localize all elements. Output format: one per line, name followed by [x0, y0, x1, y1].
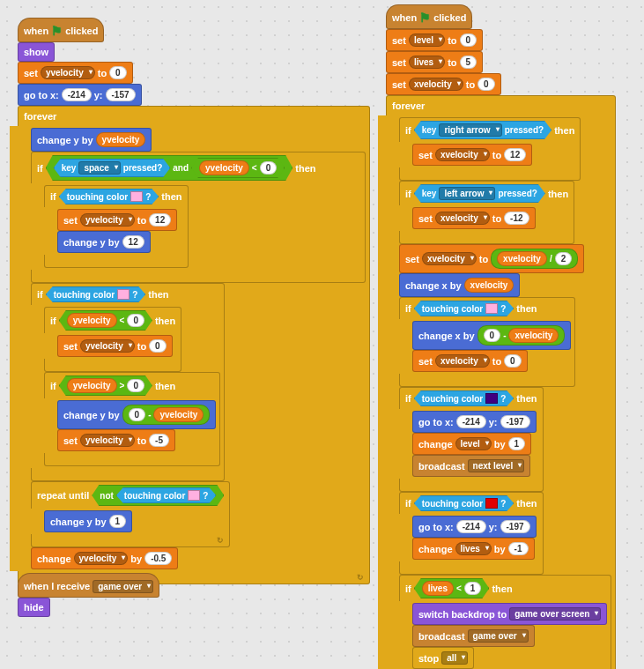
- if-touching-pink[interactable]: if touching color ? then change x by 0 -: [399, 297, 575, 387]
- touching-color[interactable]: touching color ?: [414, 495, 514, 511]
- touching-color[interactable]: touching color ?: [414, 301, 514, 316]
- and-operator[interactable]: key space pressed? and yvelocity < 0: [46, 155, 293, 181]
- set-xv-neg12[interactable]: set xvelocity to -12: [412, 207, 536, 229]
- minus-operator[interactable]: 0 - xvelocity: [477, 325, 566, 346]
- if-right-arrow[interactable]: if key right arrow pressed? then set xve…: [399, 117, 581, 181]
- color-swatch[interactable]: [130, 191, 143, 202]
- change-y-1[interactable]: change y by 1: [44, 510, 132, 532]
- num-input[interactable]: 0: [504, 354, 522, 368]
- if-key-and-yv[interactable]: if key space pressed? and yvelocity < 0: [31, 152, 366, 283]
- if-left-arrow[interactable]: if key left arrow pressed? then set xvel…: [399, 181, 574, 244]
- num-input[interactable]: -12: [504, 212, 529, 225]
- color-swatch[interactable]: [117, 289, 130, 300]
- var-dropdown[interactable]: yvelocity: [80, 213, 135, 227]
- color-swatch[interactable]: [485, 498, 498, 509]
- goto-xy[interactable]: go to x: -214 y: -157: [18, 84, 142, 106]
- var-dropdown[interactable]: xvelocity: [435, 212, 490, 225]
- var-reporter[interactable]: yvelocity: [199, 160, 249, 175]
- num-input[interactable]: -197: [500, 520, 530, 533]
- var-dropdown[interactable]: level: [455, 437, 492, 450]
- num-input[interactable]: 0: [477, 78, 495, 91]
- set-yv-0[interactable]: set yvelocity to 0: [57, 335, 173, 357]
- change-yv-neg05[interactable]: change yvelocity by -0.5: [31, 547, 178, 569]
- num-input[interactable]: 0: [149, 339, 167, 353]
- var-dropdown[interactable]: xvelocity: [409, 78, 463, 91]
- if-touching-red[interactable]: if touching color ? then go to x: -214 y…: [399, 492, 544, 575]
- broadcast-next-level[interactable]: broadcast next level: [412, 455, 530, 477]
- lt-operator[interactable]: yvelocity < 0: [191, 158, 285, 178]
- num-input[interactable]: -214: [456, 520, 486, 533]
- minus-operator[interactable]: 0 - yvelocity: [122, 405, 211, 425]
- hat-when-receive[interactable]: when I receive game over: [18, 573, 159, 598]
- hat-when-flag-clicked[interactable]: when ⚑ clicked: [18, 18, 104, 42]
- touching-color[interactable]: touching color ?: [116, 487, 217, 503]
- var-reporter[interactable]: yvelocity: [67, 378, 117, 393]
- num-input[interactable]: -214: [456, 415, 486, 428]
- set-yvelocity-0[interactable]: set yvelocity to 0: [18, 62, 133, 84]
- var-dropdown[interactable]: xvelocity: [422, 252, 477, 265]
- key-pressed[interactable]: key left arrow pressed?: [414, 184, 545, 203]
- touching-color[interactable]: touching color ?: [59, 189, 159, 204]
- num-input[interactable]: 0: [127, 314, 144, 327]
- change-y-by-var[interactable]: change y by yvelocity: [31, 128, 152, 152]
- backdrop-dropdown[interactable]: game over screen: [509, 607, 601, 621]
- div-operator[interactable]: xvelocity / 2: [491, 249, 578, 269]
- key-dropdown[interactable]: left arrow: [439, 187, 495, 200]
- var-reporter[interactable]: xvelocity: [508, 328, 559, 343]
- num-input[interactable]: 0: [109, 66, 127, 79]
- msg-dropdown[interactable]: game over: [93, 580, 153, 593]
- var-reporter[interactable]: yvelocity: [153, 407, 204, 422]
- msg-dropdown[interactable]: game over: [468, 629, 529, 643]
- change-x-0-minus-xv[interactable]: change x by 0 - xvelocity: [412, 321, 571, 350]
- forever-block[interactable]: forever change y by yvelocity if key spa…: [18, 106, 370, 584]
- if-yv-gt-0[interactable]: if yvelocity > 0 then change y by: [44, 372, 220, 466]
- var-dropdown[interactable]: yvelocity: [41, 66, 95, 79]
- num-input[interactable]: 12: [122, 235, 144, 249]
- set-yv-12[interactable]: set yvelocity to 12: [57, 209, 177, 231]
- set-xv-div2[interactable]: set xvelocity to xvelocity / 2: [399, 244, 584, 273]
- var-dropdown[interactable]: lives: [455, 542, 492, 555]
- num-input[interactable]: 1: [464, 582, 482, 595]
- num-input[interactable]: 12: [504, 148, 526, 161]
- if-touching-pink-outer[interactable]: if touching color ? then if yvelocity: [31, 283, 225, 481]
- num-input[interactable]: -0.5: [144, 552, 172, 565]
- var-reporter[interactable]: yvelocity: [67, 313, 117, 328]
- change-y-0-minus-yv[interactable]: change y by 0 - yvelocity: [57, 400, 216, 429]
- set-lives-5[interactable]: set lives to 5: [386, 51, 483, 73]
- stop-all[interactable]: stop all: [412, 647, 474, 669]
- if-yv-lt-0[interactable]: if yvelocity < 0 then set yvelocity: [44, 307, 181, 372]
- color-swatch[interactable]: [188, 490, 200, 501]
- set-level-0[interactable]: set level to 0: [386, 29, 483, 51]
- if-touching-pink[interactable]: if touching color ? then set yvelo: [44, 185, 189, 268]
- stop-dropdown[interactable]: all: [441, 651, 468, 665]
- color-swatch[interactable]: [485, 303, 498, 314]
- gt-operator[interactable]: yvelocity > 0: [59, 375, 152, 396]
- var-reporter[interactable]: xvelocity: [464, 278, 514, 293]
- set-xv-0-inner[interactable]: set xvelocity to 0: [412, 350, 528, 372]
- var-dropdown[interactable]: yvelocity: [80, 434, 135, 447]
- num-input[interactable]: 2: [555, 252, 573, 265]
- key-pressed[interactable]: key space pressed?: [54, 159, 171, 177]
- change-y-12[interactable]: change y by 12: [57, 231, 151, 253]
- var-dropdown[interactable]: xvelocity: [435, 354, 490, 368]
- change-level-1[interactable]: change level by 1: [412, 433, 531, 455]
- num-input[interactable]: 12: [149, 213, 171, 227]
- key-dropdown[interactable]: space: [78, 161, 120, 175]
- num-input[interactable]: -157: [106, 88, 136, 101]
- var-dropdown[interactable]: yvelocity: [74, 552, 129, 565]
- change-lives-neg1[interactable]: change lives by -1: [412, 538, 535, 560]
- goto-xy-1[interactable]: go to x: -214 y: -197: [412, 411, 537, 433]
- touching-color[interactable]: touching color ?: [414, 390, 514, 406]
- var-reporter[interactable]: yvelocity: [96, 132, 146, 147]
- repeat-until[interactable]: repeat until not touching color ? change…: [31, 481, 230, 547]
- lt-operator[interactable]: yvelocity < 0: [59, 310, 152, 331]
- num-input[interactable]: 0: [460, 33, 477, 47]
- show-block[interactable]: show: [18, 42, 55, 62]
- hide-block[interactable]: hide: [18, 598, 50, 617]
- lt-operator[interactable]: lives < 1: [414, 578, 490, 598]
- var-dropdown[interactable]: lives: [409, 56, 445, 69]
- var-reporter[interactable]: xvelocity: [497, 251, 547, 266]
- color-swatch[interactable]: [485, 393, 498, 404]
- set-yv-neg5[interactable]: set yvelocity to -5: [57, 429, 175, 451]
- num-input[interactable]: 5: [460, 56, 477, 69]
